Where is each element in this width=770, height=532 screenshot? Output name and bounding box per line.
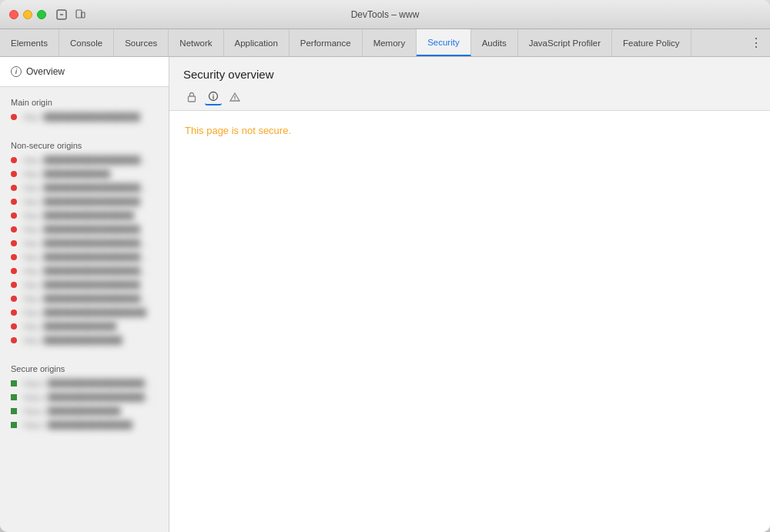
- red-dot-icon: [11, 337, 17, 343]
- overview-icon: i: [11, 66, 22, 77]
- red-dot-icon: [11, 226, 17, 233]
- minimize-button[interactable]: [23, 10, 32, 19]
- tabs-bar: Elements Console Sources Network Applica…: [0, 29, 770, 57]
- traffic-lights: [9, 10, 46, 19]
- secure-label: Secure origins: [0, 360, 169, 376]
- secure-origins-section: Secure origins https://█████████████████…: [0, 353, 169, 438]
- content-area: i Overview Main origin http://██████████…: [0, 57, 770, 532]
- security-content-area: This page is not secure.: [169, 111, 770, 532]
- red-dot-icon: [11, 296, 17, 302]
- green-square-icon: [11, 408, 17, 414]
- close-button[interactable]: [9, 10, 18, 19]
- maximize-button[interactable]: [37, 10, 46, 19]
- red-dot-icon: [11, 323, 17, 330]
- tab-elements[interactable]: Elements: [0, 29, 59, 56]
- security-header: Security overview: [169, 57, 770, 111]
- sidebar: i Overview Main origin http://██████████…: [0, 57, 169, 532]
- main-origin-label: Main origin: [0, 93, 169, 110]
- green-square-icon: [11, 394, 17, 400]
- red-dot-icon: [11, 157, 17, 163]
- red-dot-icon: [11, 254, 17, 260]
- list-item[interactable]: http://███████████████████: [0, 264, 169, 278]
- titlebar-tool-icons: [55, 8, 86, 21]
- warning-filter-icon[interactable]: [226, 89, 243, 105]
- red-dot-icon: [11, 282, 17, 288]
- red-dot-icon: [11, 199, 17, 205]
- insecure-page-message: This page is not secure.: [185, 125, 291, 136]
- svg-rect-2: [76, 10, 82, 18]
- titlebar: DevTools – www: [0, 0, 770, 29]
- svg-point-9: [235, 99, 236, 100]
- tab-console[interactable]: Console: [59, 29, 114, 56]
- sidebar-overview-item[interactable]: i Overview: [0, 57, 169, 87]
- tab-feature-policy[interactable]: Feature Policy: [612, 29, 691, 56]
- tab-sources[interactable]: Sources: [114, 29, 169, 56]
- non-secure-label: Non-secure origins: [0, 136, 169, 153]
- list-item[interactable]: http://███████████: [0, 167, 169, 181]
- list-item[interactable]: https://██████████████████: [0, 376, 169, 390]
- list-item[interactable]: https://████████████: [0, 404, 169, 418]
- red-dot-icon: [11, 114, 17, 120]
- devtools-window: DevTools – www Elements Console Sources …: [0, 0, 770, 532]
- tab-application[interactable]: Application: [224, 29, 290, 56]
- list-item[interactable]: http://████████████████: [0, 278, 169, 292]
- window-title: DevTools – www: [351, 9, 420, 20]
- main-panel: Security overview: [169, 57, 770, 532]
- cursor-icon[interactable]: [55, 8, 68, 21]
- red-dot-icon: [11, 240, 17, 246]
- red-dot-icon: [11, 212, 17, 219]
- security-section-title: Security overview: [183, 68, 756, 81]
- list-item[interactable]: http://████████████████: [0, 195, 169, 209]
- list-item[interactable]: http://████████████████████: [0, 181, 169, 195]
- green-square-icon: [11, 380, 17, 386]
- svg-rect-3: [82, 12, 85, 18]
- tab-memory[interactable]: Memory: [363, 29, 417, 56]
- list-item[interactable]: http://████████████: [0, 320, 169, 333]
- tab-performance[interactable]: Performance: [290, 29, 363, 56]
- tab-js-profiler[interactable]: JavaScript Profiler: [518, 29, 612, 56]
- list-item[interactable]: http://██████████████████████: [0, 153, 169, 167]
- list-item[interactable]: http://████████████████████: [0, 236, 169, 250]
- more-tabs-button[interactable]: ⋮: [742, 29, 770, 56]
- non-secure-origins-section: Non-secure origins http://██████████████…: [0, 130, 169, 353]
- info-filter-icon[interactable]: [205, 89, 222, 105]
- list-item[interactable]: http://█████████████████: [0, 306, 169, 320]
- tab-security[interactable]: Security: [417, 29, 471, 56]
- green-square-icon: [11, 422, 17, 428]
- tab-audits[interactable]: Audits: [471, 29, 518, 56]
- list-item[interactable]: http://████████████████████: [0, 250, 169, 264]
- list-item[interactable]: http://████████████████: [0, 223, 169, 236]
- red-dot-icon: [11, 268, 17, 274]
- tab-network[interactable]: Network: [169, 29, 223, 56]
- security-icon-filters: [183, 89, 756, 110]
- list-item[interactable]: http://███████████████: [0, 209, 169, 223]
- red-dot-icon: [11, 171, 17, 177]
- lock-filter-icon[interactable]: [183, 89, 200, 105]
- red-dot-icon: [11, 185, 17, 191]
- list-item[interactable]: https://██████████████: [0, 418, 169, 432]
- device-icon[interactable]: [74, 8, 86, 21]
- list-item[interactable]: https://███████████████████: [0, 390, 169, 404]
- main-origin-url: http://████████████████: [23, 112, 140, 122]
- main-origin-item[interactable]: http://████████████████: [0, 110, 169, 124]
- red-dot-icon: [11, 309, 17, 316]
- list-item[interactable]: http://█████████████: [0, 333, 169, 347]
- list-item[interactable]: http://██████████████████████: [0, 292, 169, 306]
- svg-rect-4: [189, 96, 196, 102]
- main-origin-section: Main origin http://████████████████: [0, 87, 169, 130]
